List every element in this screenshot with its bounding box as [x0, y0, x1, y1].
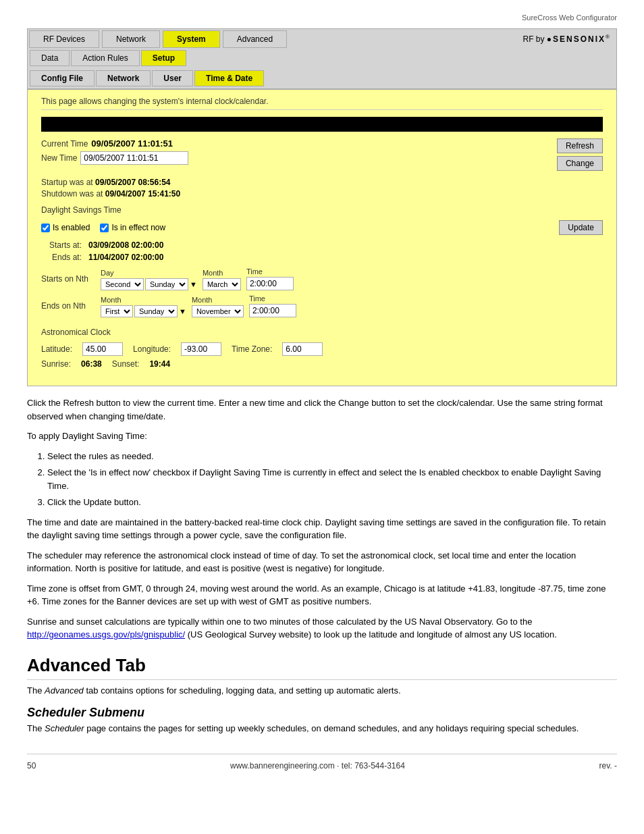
starts-day-col-group: Day Second Sunday ▼ [101, 269, 197, 290]
ends-day-col-group: Month First Sunday ▼ [101, 296, 186, 317]
refresh-button[interactable]: Refresh [557, 138, 603, 153]
starts-day-select[interactable]: Sunday [145, 278, 188, 290]
dst-starts-at-label: Starts at: [41, 240, 82, 250]
body-para2: To apply Daylight Saving Time: [27, 429, 617, 443]
ends-nth-select[interactable]: First [101, 305, 133, 317]
starts-month-col-group: Month March [203, 269, 241, 290]
body-step2: Select the 'Is in effect now' checkbox i… [47, 466, 617, 492]
ends-month-select[interactable]: November [192, 305, 244, 317]
time-buttons: Refresh Change [557, 138, 603, 171]
body-para3: The time and date are maintained in the … [27, 516, 617, 542]
lat-label: Latitude: [41, 344, 72, 354]
scheduler-submenu-desc: The Scheduler page contains the pages fo… [27, 723, 617, 733]
footer: 50 www.bannerengineering.com · tel: 763-… [27, 754, 617, 771]
dst-title: Daylight Savings Time [41, 205, 603, 215]
starts-cols: Day Second Sunday ▼ [101, 267, 294, 290]
time-col-label1: Time [246, 267, 294, 276]
astro-section: Astronomical Clock Latitude: Longitude: … [41, 328, 603, 369]
lat-input[interactable] [82, 342, 123, 356]
timezone-label: Time Zone: [232, 344, 272, 354]
nav-tab-system[interactable]: System [163, 30, 220, 48]
dst-effect-check: Is in effect now [100, 223, 165, 232]
scheduler-submenu-section: Scheduler Submenu The Scheduler page con… [27, 706, 617, 733]
change-button[interactable]: Change [557, 156, 603, 171]
starts-time-col-group: Time [246, 267, 294, 290]
timezone-input[interactable] [282, 342, 323, 356]
shutdown-label: Shutdown was at [41, 189, 103, 199]
startup-row: Startup was at 09/05/2007 08:56:54 [41, 178, 603, 187]
rf-brand: RF by ●SENSONIX® [516, 29, 616, 48]
sub-tab-data[interactable]: Data [30, 50, 70, 66]
ends-time-col-group: Time [249, 294, 296, 317]
current-time-label: Current Time [41, 139, 88, 149]
body-step3: Click the Update button. [47, 496, 617, 509]
nav-tab-network[interactable]: Network [102, 30, 160, 48]
sub-tab-network[interactable]: Network [96, 70, 151, 86]
ends-nth-label: Ends on Nth [41, 301, 95, 311]
month-col-label2: Month [101, 296, 186, 304]
day-col-label1: Day [101, 269, 197, 277]
astro-row1: Latitude: Longitude: Time Zone: [41, 342, 603, 356]
footer-page-num: 50 [27, 761, 36, 771]
body-para6: Sunrise and sunset calculations are typi… [27, 615, 617, 642]
nav-tab-advanced[interactable]: Advanced [223, 30, 287, 48]
navigation: RF Devices Network System Advanced RF by… [27, 28, 617, 89]
footer-center: www.bannerengineering.com · tel: 763-544… [230, 761, 405, 771]
dst-ends-at-row: Ends at: 11/04/2007 02:00:00 [41, 253, 603, 262]
dst-starts-at-value: 03/09/2008 02:00:00 [88, 240, 163, 250]
starts-nth-label: Starts on Nth [41, 274, 95, 284]
starts-nth-row: Starts on Nth Day Second Sunday [41, 267, 603, 290]
month-col-label1: Month [203, 269, 241, 277]
astro-row2: Sunrise: 06:38 Sunset: 19:44 [41, 359, 603, 369]
dst-enabled-label: Is enabled [53, 223, 90, 232]
long-input[interactable] [181, 342, 221, 356]
shutdown-value: 09/04/2007 15:41:50 [105, 189, 180, 199]
body-step1: Select the rules as needed. [47, 450, 617, 463]
black-bar [41, 117, 603, 132]
dst-update-button[interactable]: Update [559, 220, 603, 235]
sub-tab-config-file[interactable]: Config File [30, 70, 95, 86]
ends-time-input[interactable] [249, 304, 296, 317]
sub-tab-user[interactable]: User [152, 70, 193, 86]
new-time-label: New Time [41, 153, 77, 163]
footer-right: rev. - [599, 761, 617, 771]
sub-tab-time-date[interactable]: Time & Date [194, 70, 264, 86]
dst-enabled-checkbox[interactable] [41, 224, 50, 232]
dst-starts-at-row: Starts at: 03/09/2008 02:00:00 [41, 240, 603, 250]
time-col-label2: Time [249, 294, 296, 303]
startup-section: Startup was at 09/05/2007 08:56:54 Shutd… [41, 178, 603, 199]
nav-row1: RF Devices Network System Advanced RF by… [28, 29, 616, 48]
sub-tab-setup[interactable]: Setup [141, 50, 186, 66]
sub-tab-action-rules[interactable]: Action Rules [71, 50, 139, 66]
starts-month-select[interactable]: March [203, 278, 241, 290]
new-time-input[interactable] [80, 151, 188, 165]
body-para1: Click the Refresh button to view the cur… [27, 396, 617, 423]
usgs-link[interactable]: http://geonames.usgs.gov/pls/gnispublic/ [27, 629, 185, 640]
dst-effect-checkbox[interactable] [100, 224, 109, 232]
time-section: Current Time 09/05/2007 11:01:51 New Tim… [41, 138, 603, 171]
scheduler-submenu-heading: Scheduler Submenu [27, 706, 617, 720]
dst-row1: Is enabled Is in effect now Update [41, 220, 603, 235]
dst-section: Daylight Savings Time Is enabled Is in e… [41, 205, 603, 317]
dst-ends-at-label: Ends at: [41, 253, 82, 262]
dst-effect-label: Is in effect now [111, 223, 165, 232]
ends-nth-row: Ends on Nth Month First Sunday [41, 294, 603, 317]
advanced-tab-desc: The Advanced tab contains options for sc… [27, 685, 617, 696]
starts-time-input[interactable] [246, 277, 294, 290]
rf-brand-text: RF by ●SENSONIX® [522, 34, 610, 44]
shutdown-row: Shutdown was at 09/04/2007 15:41:50 [41, 189, 603, 199]
long-label: Longitude: [133, 344, 171, 354]
sunrise-label: Sunrise: [41, 359, 71, 369]
body-para4: The scheduler may reference the astronom… [27, 549, 617, 575]
new-time-row: New Time [41, 151, 188, 165]
advanced-tab-section: Advanced Tab The Advanced tab contains o… [27, 655, 617, 696]
ends-day-select[interactable]: Sunday [134, 305, 178, 317]
nav-tab-rf-devices[interactable]: RF Devices [29, 30, 99, 48]
body-para6-pre: Sunrise and sunset calculations are typi… [27, 617, 532, 627]
starts-nth-select[interactable]: Second [101, 278, 144, 290]
schedule-grid: Starts on Nth Day Second Sunday [41, 267, 603, 317]
dst-ends-at-value: 11/04/2007 02:00:00 [88, 253, 163, 262]
body-para6-post: (US Geological Survey website) to look u… [185, 629, 557, 640]
current-time-row: Current Time 09/05/2007 11:01:51 [41, 138, 188, 149]
month-col-label3: Month [192, 296, 244, 304]
